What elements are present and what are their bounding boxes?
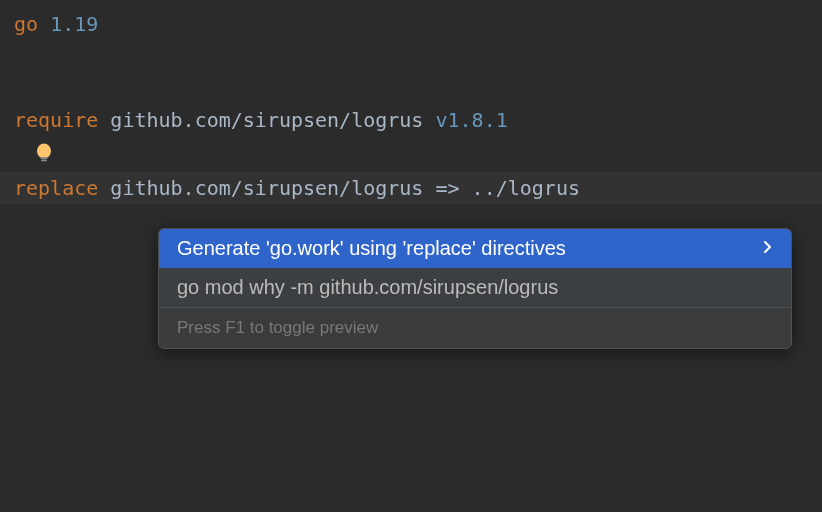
code-editor[interactable]: go 1.19 require github.com/sirupsen/logr…	[0, 0, 822, 212]
blank-line	[14, 40, 808, 72]
code-line-1: go 1.19	[14, 8, 808, 40]
footer-text: Press F1 to toggle preview	[177, 318, 378, 337]
chevron-right-icon	[763, 238, 773, 259]
intention-popup: Generate 'go.work' using 'replace' direc…	[158, 228, 792, 349]
go-version: 1.19	[50, 8, 98, 40]
intention-item-label: go mod why -m github.com/sirupsen/logrus	[177, 276, 558, 299]
replace-to-path: ../logrus	[472, 172, 580, 204]
replace-from-path: github.com/sirupsen/logrus	[110, 172, 423, 204]
lightbulb-icon[interactable]	[34, 142, 54, 166]
code-line-replace: replace github.com/sirupsen/logrus => ..…	[0, 172, 822, 204]
code-line-require: require github.com/sirupsen/logrus v1.8.…	[14, 104, 808, 136]
keyword-require: require	[14, 104, 98, 136]
arrow-token: =>	[435, 172, 459, 204]
svg-rect-1	[41, 157, 48, 159]
gutter-hint-row	[14, 136, 808, 172]
popup-footer-hint: Press F1 to toggle preview	[159, 307, 791, 348]
module-version: v1.8.1	[435, 104, 507, 136]
intention-item-generate-gowork[interactable]: Generate 'go.work' using 'replace' direc…	[159, 229, 791, 268]
blank-line	[14, 72, 808, 104]
svg-point-0	[37, 144, 51, 159]
keyword-replace: replace	[14, 172, 98, 204]
intention-item-label: Generate 'go.work' using 'replace' direc…	[177, 237, 566, 260]
svg-rect-2	[41, 160, 47, 162]
intention-item-go-mod-why[interactable]: go mod why -m github.com/sirupsen/logrus	[159, 268, 791, 307]
module-path: github.com/sirupsen/logrus	[110, 104, 423, 136]
keyword-go: go	[14, 8, 38, 40]
